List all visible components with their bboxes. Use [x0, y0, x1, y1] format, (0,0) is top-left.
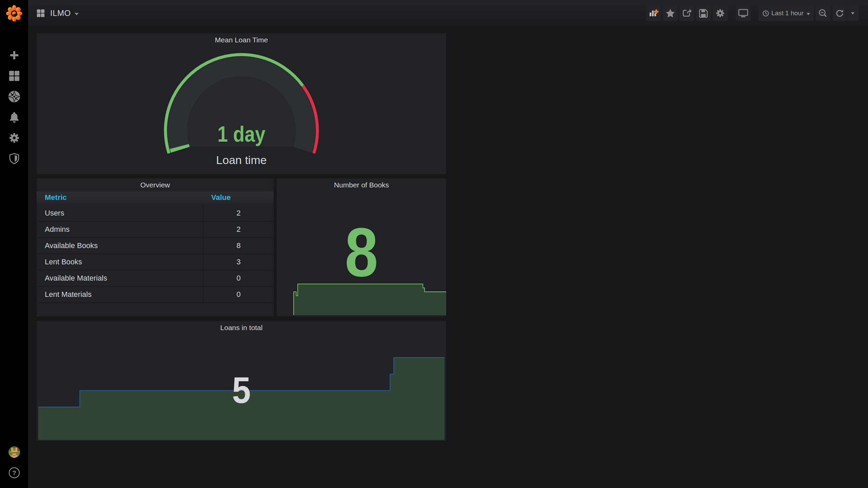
loans-stat-value: 5 — [57, 368, 426, 411]
table-row[interactable]: Users2 — [37, 205, 274, 221]
column-header-metric[interactable]: Metric — [37, 191, 203, 203]
explore-compass-icon[interactable] — [7, 90, 21, 103]
share-button[interactable] — [679, 6, 694, 21]
panel-overview: Overview Metric Value Users2Admins2Avail… — [37, 178, 274, 317]
chevron-down-icon — [75, 13, 79, 15]
time-range-picker[interactable]: Last 1 hour — [759, 6, 814, 21]
dashboard-title-group[interactable]: ILMO — [37, 8, 79, 18]
refresh-icon[interactable] — [833, 6, 846, 21]
metric-cell: Available Materials — [37, 270, 203, 286]
save-button[interactable] — [696, 6, 711, 21]
refresh-button-group[interactable] — [833, 6, 859, 21]
settings-gear-button[interactable] — [713, 6, 728, 21]
security-shield-icon[interactable] — [7, 152, 21, 165]
panel-number-of-books: Number of Books 8 — [277, 178, 446, 317]
add-icon[interactable] — [7, 48, 21, 62]
configuration-gear-icon[interactable] — [7, 131, 21, 145]
dashboard-grid-icon — [37, 9, 45, 17]
books-stat-value: 8 — [289, 212, 434, 292]
table-row[interactable]: Available Books8 — [37, 238, 274, 254]
navbar: ILMO — [28, 0, 868, 26]
table-row[interactable]: Lent Books3 — [37, 254, 274, 270]
add-panel-button[interactable] — [646, 6, 661, 21]
zoom-out-button[interactable] — [815, 6, 830, 21]
overview-table: Metric Value Users2Admins2Available Book… — [37, 191, 274, 303]
metric-cell: Available Books — [37, 238, 203, 254]
table-row[interactable]: Admins2 — [37, 221, 274, 238]
column-header-value[interactable]: Value — [203, 191, 274, 203]
dashboard-canvas: Mean Loan Time 1 day Loan time Overview … — [28, 26, 868, 488]
chevron-down-icon — [851, 12, 854, 15]
gauge-label: Loan time — [37, 154, 446, 167]
alerting-bell-icon[interactable] — [7, 110, 21, 124]
panel-title[interactable]: Loans in total — [37, 324, 446, 332]
panel-mean-loan-time: Mean Loan Time 1 day Loan time — [37, 33, 446, 174]
metric-cell: Lent Materials — [37, 286, 203, 303]
help-icon[interactable]: ? — [8, 467, 20, 479]
metric-cell: Admins — [37, 221, 203, 238]
table-row[interactable]: Lent Materials0 — [37, 286, 274, 303]
panel-title[interactable]: Mean Loan Time — [37, 36, 446, 44]
star-button[interactable] — [663, 6, 678, 21]
svg-text:?: ? — [12, 469, 16, 476]
chevron-down-icon — [807, 13, 810, 15]
sidebar: ? — [0, 0, 28, 488]
clock-icon — [763, 10, 769, 17]
dashboard-title: ILMO — [50, 8, 71, 18]
value-cell: 2 — [203, 205, 274, 221]
panel-loans-in-total: Loans in total 5 — [37, 321, 446, 441]
dashboards-icon[interactable] — [7, 69, 21, 83]
grafana-logo-icon[interactable] — [6, 5, 22, 21]
metric-cell: Lent Books — [37, 254, 203, 270]
value-cell: 0 — [203, 286, 274, 303]
metric-cell: Users — [37, 205, 203, 221]
cycle-view-button[interactable] — [736, 6, 751, 21]
time-range-label: Last 1 hour — [771, 9, 804, 17]
value-cell: 8 — [203, 238, 274, 254]
value-cell: 3 — [203, 254, 274, 270]
avatar[interactable] — [8, 446, 20, 458]
table-row[interactable]: Available Materials0 — [37, 270, 274, 286]
panel-title[interactable]: Overview — [37, 181, 274, 189]
gauge-chart — [37, 33, 446, 174]
panel-title[interactable]: Number of Books — [277, 181, 446, 189]
value-cell: 0 — [203, 270, 274, 286]
refresh-interval-dropdown[interactable] — [846, 6, 859, 21]
value-cell: 2 — [203, 221, 274, 238]
gauge-value: 1 day — [67, 121, 416, 147]
